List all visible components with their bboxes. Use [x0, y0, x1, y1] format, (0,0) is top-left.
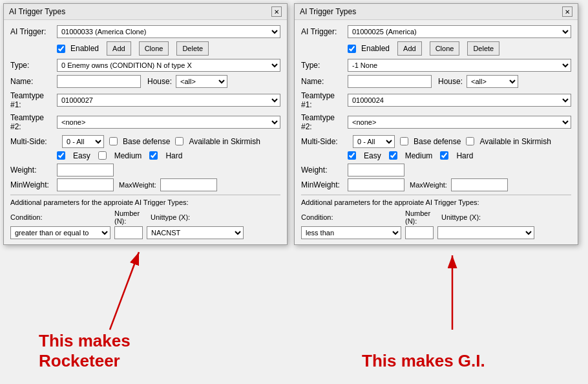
- left-ai-trigger-row: AI Trigger: 01000033 (America Clone): [10, 25, 280, 38]
- right-condition-col-label: Condition:: [301, 213, 401, 221]
- right-dialog: AI Trigger Types ✕ AI Trigger: 01000025 …: [294, 3, 578, 245]
- left-multiside-select[interactable]: 0 - All: [62, 135, 104, 148]
- left-enabled-checkbox[interactable]: [57, 45, 65, 53]
- left-house-select[interactable]: <all>: [176, 75, 227, 88]
- right-type-row: Type: -1 None: [301, 59, 571, 72]
- right-clone-button[interactable]: Clone: [430, 41, 460, 56]
- left-condition-select[interactable]: greater than or equal to: [10, 226, 110, 239]
- left-ai-trigger-select[interactable]: 01000033 (America Clone): [57, 25, 280, 38]
- left-base-defense-label: Base defense: [123, 137, 170, 146]
- right-weight-label: Weight:: [301, 165, 348, 175]
- left-dialog: AI Trigger Types ✕ AI Trigger: 01000033 …: [3, 3, 288, 245]
- left-ai-trigger-label: AI Trigger:: [10, 27, 57, 36]
- left-multiside-label: Multi-Side:: [10, 137, 57, 146]
- left-medium-checkbox[interactable]: [98, 151, 107, 160]
- left-skirmish-checkbox[interactable]: [175, 137, 184, 145]
- left-condition-col-label: Condition:: [10, 213, 110, 221]
- right-delete-button[interactable]: Delete: [467, 41, 499, 56]
- right-medium-label: Medium: [405, 151, 433, 160]
- left-number-input[interactable]: 1: [114, 226, 143, 239]
- left-minweight-label: MinWeight:: [10, 180, 57, 189]
- left-teamtype2-row: Teamtype#2: <none>: [10, 113, 280, 132]
- left-delete-button[interactable]: Delete: [176, 41, 209, 56]
- right-minweight-input[interactable]: 30.000000: [348, 178, 404, 191]
- left-teamtype2-select[interactable]: <none>: [57, 116, 280, 129]
- right-annotation: This makes G.I.: [362, 351, 485, 371]
- right-hard-checkbox[interactable]: [440, 151, 448, 160]
- right-house-label: House:: [438, 77, 463, 86]
- left-minweight-input[interactable]: 30.000000: [57, 178, 114, 191]
- right-weight-input[interactable]: 50.000000: [348, 164, 404, 176]
- right-multiside-select[interactable]: 0 - All: [353, 135, 395, 148]
- right-skirmish-label: Available in Skirmish: [479, 137, 551, 146]
- right-teamtype2-row: Teamtype#2: <none>: [301, 113, 571, 132]
- left-name-input[interactable]: America Clone: [57, 75, 141, 88]
- left-dialog-title: AI Trigger Types: [9, 7, 65, 16]
- right-unittype-col-label: Unittype (X):: [441, 213, 481, 221]
- right-minmaxweight-row: MinWeight: 30.000000 MaxWeight: 50.00000…: [301, 178, 571, 191]
- right-maxweight-label: MaxWeight:: [410, 181, 447, 189]
- left-close-button[interactable]: ✕: [271, 6, 282, 17]
- right-number-input[interactable]: 0: [405, 226, 434, 239]
- right-teamtype2-label: Teamtype#2:: [301, 113, 348, 132]
- right-easy-checkbox[interactable]: [348, 151, 356, 160]
- left-unittype-select[interactable]: NACNST: [147, 226, 244, 239]
- right-teamtype2-select[interactable]: <none>: [348, 116, 571, 129]
- right-base-defense-label: Base defense: [414, 137, 461, 146]
- left-type-select[interactable]: 0 Enemy owns (CONDITION) N of type X: [57, 59, 280, 72]
- right-name-input[interactable]: America: [348, 75, 432, 88]
- left-teamtype1-row: Teamtype#1: 01000027: [10, 91, 280, 110]
- left-title-bar: AI Trigger Types ✕: [4, 4, 287, 20]
- left-add-button[interactable]: Add: [107, 41, 131, 56]
- right-type-select[interactable]: -1 None: [348, 59, 571, 72]
- right-house-select[interactable]: <all>: [467, 75, 518, 88]
- right-medium-checkbox[interactable]: [389, 151, 397, 160]
- left-type-row: Type: 0 Enemy owns (CONDITION) N of type…: [10, 59, 280, 72]
- right-teamtype1-row: Teamtype#1: 01000024: [301, 91, 571, 110]
- svg-line-2: [110, 252, 139, 330]
- right-maxweight-input[interactable]: 50.000000: [451, 178, 508, 191]
- right-close-button[interactable]: ✕: [562, 6, 572, 17]
- left-name-house-row: Name: America Clone House: <all>: [10, 75, 280, 88]
- right-enabled-row: Enabled Add Clone Delete: [348, 41, 571, 56]
- left-skirmish-label: Available in Skirmish: [189, 137, 260, 146]
- right-minweight-label: MinWeight:: [301, 180, 348, 189]
- right-condition-row: less than 0: [301, 226, 571, 239]
- right-multiside-label: Multi-Side:: [301, 137, 348, 146]
- left-easy-label: Easy: [73, 151, 90, 160]
- right-skirmish-checkbox[interactable]: [466, 137, 474, 145]
- left-weight-row: Weight: 50.000000: [10, 164, 280, 176]
- right-weight-row: Weight: 50.000000: [301, 164, 571, 176]
- right-base-defense-checkbox[interactable]: [400, 137, 408, 145]
- left-hard-checkbox[interactable]: [149, 151, 158, 160]
- left-clone-button[interactable]: Clone: [139, 41, 169, 56]
- right-condition-select[interactable]: less than: [301, 226, 401, 239]
- right-enabled-checkbox[interactable]: [348, 45, 356, 53]
- right-hard-label: Hard: [456, 151, 473, 160]
- left-additional-text: Additional parameters for the approiate …: [10, 198, 280, 206]
- left-base-defense-checkbox[interactable]: [109, 137, 118, 145]
- left-house-label: House:: [147, 77, 172, 86]
- left-condition-row: greater than or equal to 1 NACNST: [10, 226, 280, 239]
- left-annotation: This makes Rocketeer: [39, 331, 131, 371]
- left-type-label: Type:: [10, 61, 57, 70]
- left-teamtype1-select[interactable]: 01000027: [57, 94, 280, 107]
- right-add-button[interactable]: Add: [397, 41, 422, 56]
- right-ai-trigger-row: AI Trigger: 01000025 (America): [301, 25, 571, 38]
- left-enabled-row: Enabled Add Clone Delete: [57, 41, 280, 56]
- right-difficulty-row: Easy Medium Hard: [348, 151, 571, 160]
- left-weight-input[interactable]: 50.000000: [57, 164, 114, 176]
- left-name-label: Name:: [10, 77, 57, 86]
- left-enabled-label: Enabled: [70, 44, 99, 53]
- right-additional-text: Additional parameters for the approiate …: [301, 198, 571, 206]
- left-hard-label: Hard: [165, 151, 182, 160]
- right-dialog-title: AI Trigger Types: [300, 7, 356, 16]
- left-medium-label: Medium: [114, 151, 142, 160]
- left-maxweight-input[interactable]: 50.000000: [160, 178, 217, 191]
- right-unittype-select[interactable]: [437, 226, 534, 239]
- left-easy-checkbox[interactable]: [57, 151, 65, 160]
- left-unittype-col-label: Unittype (X):: [151, 213, 190, 221]
- right-name-house-row: Name: America House: <all>: [301, 75, 571, 88]
- right-ai-trigger-select[interactable]: 01000025 (America): [348, 25, 571, 38]
- right-teamtype1-select[interactable]: 01000024: [348, 94, 571, 107]
